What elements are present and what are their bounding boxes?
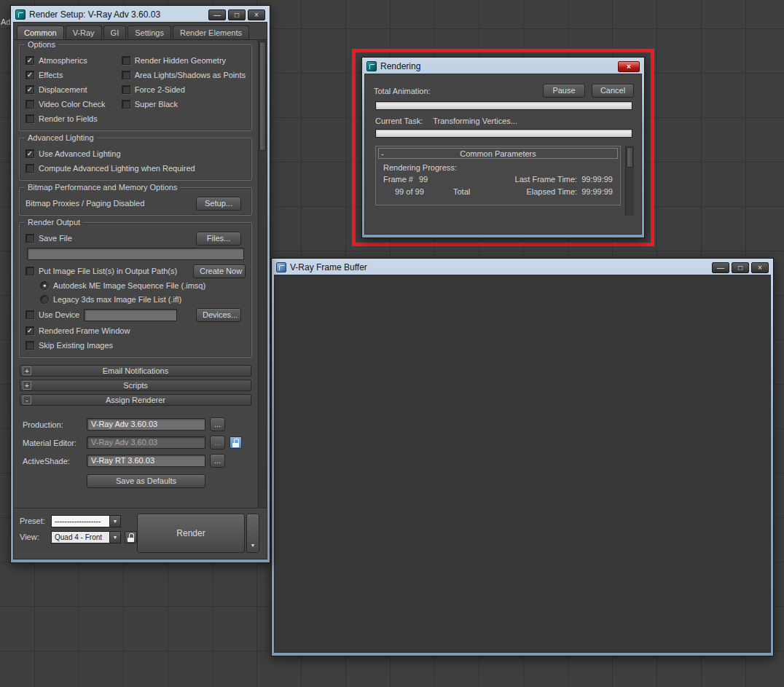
checkbox-box [26, 234, 34, 243]
checkbox-box [122, 56, 130, 65]
view-lock-icon[interactable] [125, 531, 137, 543]
radio-circle: ● [40, 281, 49, 290]
rendering-dialog-scrollbar[interactable] [625, 146, 634, 216]
tab-common[interactable]: Common [17, 25, 64, 39]
checkbox-put-image-file-list[interactable]: Put Image File List(s) in Output Path(s) [26, 264, 177, 278]
material-editor-lock-icon[interactable] [230, 436, 242, 449]
checkbox-rendered-frame-window[interactable]: ✓ Rendered Frame Window [26, 323, 246, 338]
checkbox-compute-advanced-lighting[interactable]: Compute Advanced Lighting when Required [26, 161, 246, 176]
preset-dropdown[interactable]: ------------------- ▼ [51, 515, 121, 527]
rollout-scripts[interactable]: + Scripts [20, 380, 251, 391]
radio-autodesk-me-sequence[interactable]: ● Autodesk ME Image Sequence File (.imsq… [26, 278, 246, 292]
frame-count: 99 of 99 [383, 187, 453, 196]
checkbox-save-file[interactable]: Save File [26, 231, 72, 246]
checkbox-box [26, 100, 34, 109]
checkbox-box [26, 164, 34, 173]
total-label: Total [453, 187, 498, 196]
activeshade-label: ActiveShade: [23, 457, 82, 466]
render-button[interactable]: Render [137, 514, 245, 553]
render-setup-scrollbar[interactable] [258, 40, 267, 508]
chevron-down-icon[interactable]: ▼ [109, 516, 120, 527]
cancel-button[interactable]: Cancel [592, 84, 634, 98]
maximize-button[interactable]: □ [732, 262, 749, 273]
render-setup-tabbar: Common V-Ray GI Settings Render Elements [14, 23, 267, 40]
minimize-button[interactable]: — [208, 9, 226, 20]
close-button[interactable]: × [248, 9, 265, 20]
frame-label: Frame # [383, 175, 413, 184]
checkbox-box: ✓ [26, 149, 34, 158]
vray-frame-buffer-icon [276, 262, 286, 272]
rollout-email-notifications[interactable]: + Email Notifications [20, 365, 251, 377]
collapse-icon[interactable]: - [381, 149, 384, 158]
checkbox-box: ✓ [26, 326, 34, 335]
tab-settings[interactable]: Settings [128, 25, 171, 39]
expand-icon[interactable]: + [23, 366, 31, 375]
rollout-assign-renderer[interactable]: - Assign Renderer [20, 394, 251, 406]
checkbox-box: ✓ [26, 85, 34, 94]
checkbox-area-lights-as-points[interactable]: Area Lights/Shadows as Points [122, 68, 246, 82]
material-editor-renderer-field: V-Ray Adv 3.60.03 [87, 436, 205, 449]
tab-render-elements[interactable]: Render Elements [173, 25, 249, 39]
tab-gi[interactable]: GI [103, 25, 127, 39]
chevron-down-icon[interactable]: ▼ [109, 532, 120, 543]
options-group-title: Options [25, 40, 58, 49]
view-dropdown[interactable]: Quad 4 - Front ▼ [51, 531, 121, 543]
render-flyout-button[interactable]: ▼ [246, 514, 259, 553]
bitmap-setup-button[interactable]: Setup... [196, 197, 241, 211]
checkbox-force-2-sided[interactable]: Force 2-Sided [122, 82, 246, 97]
radio-legacy-ifl[interactable]: Legacy 3ds max Image File List (.ifl) [26, 292, 246, 306]
render-setup-footer: Preset: ------------------- ▼ View: Quad… [14, 508, 267, 559]
close-button[interactable]: × [751, 262, 769, 273]
red-highlight-rectangle: Rendering × Total Animation: Pause Cance… [352, 49, 654, 246]
production-renderer-field: V-Ray Adv 3.60.03 [87, 418, 205, 431]
advanced-lighting-group: Advanced Lighting ✓ Use Advanced Lightin… [19, 138, 252, 181]
device-input[interactable] [84, 309, 177, 321]
checkbox-effects[interactable]: ✓ Effects [26, 68, 122, 82]
collapse-icon[interactable]: - [23, 396, 31, 404]
last-frame-time-label: Last Frame Time: [515, 175, 578, 184]
elapsed-time-label: Elapsed Time: [526, 187, 577, 196]
checkbox-box [122, 100, 130, 109]
files-button[interactable]: Files... [196, 232, 241, 246]
production-browse-button[interactable]: ... [210, 417, 225, 431]
minimize-button[interactable]: — [712, 262, 729, 273]
checkbox-super-black[interactable]: Super Black [122, 97, 246, 111]
material-editor-browse-button[interactable]: ... [210, 436, 225, 450]
checkbox-skip-existing-images[interactable]: Skip Existing Images [26, 338, 246, 353]
scrollbar-thumb[interactable] [627, 147, 633, 168]
last-frame-time-value: 99:99:99 [581, 175, 613, 184]
activeshade-renderer-field: V-Ray RT 3.60.03 [87, 455, 205, 467]
checkbox-render-hidden-geometry[interactable]: Render Hidden Geometry [122, 53, 246, 68]
common-parameters-group: - Common Parameters Rendering Progress: … [375, 146, 621, 205]
checkbox-atmospherics[interactable]: ✓ Atmospherics [26, 53, 122, 68]
common-parameters-header[interactable]: - Common Parameters [378, 148, 618, 159]
render-setup-titlebar[interactable]: Render Setup: V-Ray Adv 3.60.03 — □ × [13, 7, 267, 22]
frame-buffer-canvas [275, 275, 770, 652]
rendering-titlebar[interactable]: Rendering × [364, 59, 642, 74]
activeshade-browse-button[interactable]: ... [210, 454, 225, 468]
render-output-group-title: Render Output [25, 218, 83, 227]
elapsed-time-value: 99:99:99 [581, 187, 613, 196]
output-file-path-input[interactable] [27, 248, 244, 260]
devices-button[interactable]: Devices... [196, 308, 241, 322]
current-task-progressbar [375, 129, 632, 138]
close-button[interactable]: × [618, 61, 640, 72]
tab-vray[interactable]: V-Ray [66, 25, 102, 39]
maximize-button[interactable]: □ [228, 9, 246, 20]
bitmap-proxies-status: Bitmap Proxies / Paging Disabled [26, 199, 144, 208]
max-app-icon [15, 9, 26, 20]
checkbox-video-color-check[interactable]: Video Color Check [26, 97, 122, 111]
checkbox-displacement[interactable]: ✓ Displacement [26, 82, 122, 97]
frame-buffer-titlebar[interactable]: V-Ray Frame Buffer — □ × [274, 260, 771, 275]
scrollbar-thumb[interactable] [259, 42, 266, 151]
checkbox-use-device[interactable]: Use Device [26, 307, 79, 322]
expand-icon[interactable]: + [23, 381, 31, 390]
create-now-button[interactable]: Create Now [193, 264, 246, 278]
checkbox-box [26, 310, 34, 319]
pause-button[interactable]: Pause [543, 84, 585, 98]
checkbox-render-to-fields[interactable]: Render to Fields [26, 111, 122, 126]
save-as-defaults-button[interactable]: Save as Defaults [87, 474, 205, 488]
bitmap-performance-group-title: Bitmap Performance and Memory Options [25, 183, 180, 192]
checkbox-box [26, 267, 34, 275]
checkbox-use-advanced-lighting[interactable]: ✓ Use Advanced Lighting [26, 146, 246, 161]
